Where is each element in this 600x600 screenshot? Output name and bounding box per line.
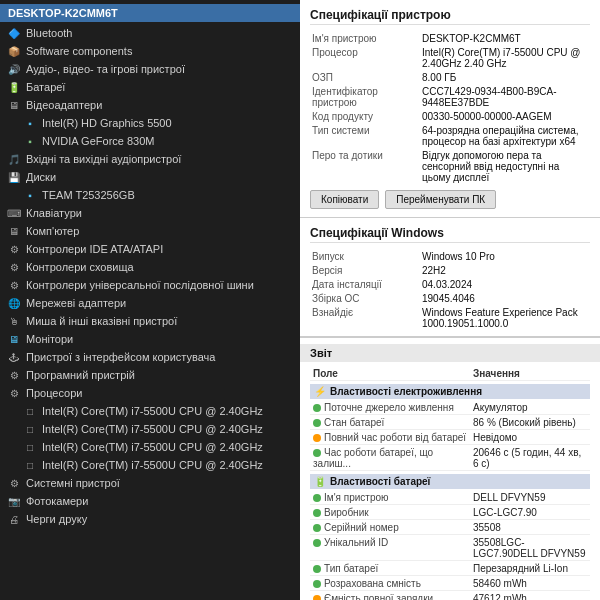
power-row: Повний час роботи від батареї Невідомо bbox=[310, 430, 590, 445]
tree-item[interactable]: ⚙ Системні пристрої bbox=[0, 474, 300, 492]
battery-row: Виробник LGC-LGC7.90 bbox=[310, 505, 590, 520]
tree-icon: 🖥 bbox=[6, 97, 22, 113]
tree-icon: 🖨 bbox=[6, 511, 22, 527]
battery-row: Ім'я пристрою DELL DFVYN59 bbox=[310, 490, 590, 505]
battery-value: Перезарядний Li-Ion bbox=[470, 561, 590, 576]
tree-label: Контролери сховища bbox=[26, 261, 134, 273]
tree-item[interactable]: □ Intel(R) Core(TM) i7-5500U CPU @ 2.40G… bbox=[0, 420, 300, 438]
power-row: Стан батареї 86 % (Високий рівень) bbox=[310, 415, 590, 430]
tree-label: Миша й інші вказівні пристрої bbox=[26, 315, 177, 327]
tree-icon: ⚙ bbox=[6, 241, 22, 257]
tree-icon: 🖱 bbox=[6, 313, 22, 329]
tree-label: Відеоадаптери bbox=[26, 99, 102, 111]
tree-item[interactable]: 🌐 Мережеві адаптери bbox=[0, 294, 300, 312]
tree-item[interactable]: ⌨ Клавіатури bbox=[0, 204, 300, 222]
win-spec-key: Збірка ОС bbox=[310, 291, 420, 305]
device-tree[interactable]: DESKTOP-K2CMM6T 🔷 Bluetooth 📦 Software c… bbox=[0, 0, 300, 600]
win-spec-row: ВипускWindows 10 Pro bbox=[310, 249, 590, 263]
tree-label: Системні пристрої bbox=[26, 477, 120, 489]
tree-label: Мережеві адаптери bbox=[26, 297, 126, 309]
tree-item[interactable]: ⚙ Контролери IDE ATA/ATAPI bbox=[0, 240, 300, 258]
tree-item[interactable]: 🖥 Відеоадаптери bbox=[0, 96, 300, 114]
power-table: Поточне джерело живлення Акумулятор Стан… bbox=[310, 400, 590, 471]
tree-item[interactable]: 📦 Software components bbox=[0, 42, 300, 60]
battery-value: DELL DFVYN59 bbox=[470, 490, 590, 505]
tree-item[interactable]: 🖱 Миша й інші вказівні пристрої bbox=[0, 312, 300, 330]
spec-value: Intel(R) Core(TM) i7-5500U CPU @ 2.40GHz… bbox=[420, 45, 590, 70]
tree-label: Вхідні та вихідні аудіопристрої bbox=[26, 153, 181, 165]
win-spec-value: Windows Feature Experience Pack 1000.190… bbox=[420, 305, 590, 330]
tree-icon: 📷 bbox=[6, 493, 22, 509]
tree-item[interactable]: □ Intel(R) Core(TM) i7-5500U CPU @ 2.40G… bbox=[0, 456, 300, 474]
tree-icon: □ bbox=[22, 421, 38, 437]
spec-row: Тип системи64-розрядна операційна систем… bbox=[310, 123, 590, 148]
tree-label: Комп'ютер bbox=[26, 225, 79, 237]
tree-item[interactable]: ▪ NVIDIA GeForce 830M bbox=[0, 132, 300, 150]
battery-row: Ємність повної зарядки 47612 mWh bbox=[310, 591, 590, 601]
status-dot bbox=[313, 434, 321, 442]
power-key: Повний час роботи від батареї bbox=[310, 430, 470, 445]
win-spec-row: ВзнайдієWindows Feature Experience Pack … bbox=[310, 305, 590, 330]
tree-item[interactable]: 🔷 Bluetooth bbox=[0, 24, 300, 42]
spec-key: Процесор bbox=[310, 45, 420, 70]
battery-group-header: 🔋 Властивості батареї bbox=[310, 474, 590, 489]
win-spec-value: 19045.4046 bbox=[420, 291, 590, 305]
win-spec-key: Випуск bbox=[310, 249, 420, 263]
tree-item[interactable]: 🔊 Аудіо-, відео- та ігрові пристрої bbox=[0, 60, 300, 78]
status-dot bbox=[313, 524, 321, 532]
report-col2: Значення bbox=[470, 366, 590, 381]
tree-label: Intel(R) Core(TM) i7-5500U CPU @ 2.40GHz bbox=[42, 423, 263, 435]
tree-item[interactable]: ⚙ Процесори bbox=[0, 384, 300, 402]
win-spec-row: Дата інсталяції04.03.2024 bbox=[310, 277, 590, 291]
tree-item[interactable]: 🕹 Пристрої з інтерфейсом користувача bbox=[0, 348, 300, 366]
tree-label: NVIDIA GeForce 830M bbox=[42, 135, 155, 147]
status-dot bbox=[313, 494, 321, 502]
tree-label: Клавіатури bbox=[26, 207, 82, 219]
tree-item[interactable]: 📷 Фотокамери bbox=[0, 492, 300, 510]
tree-icon: □ bbox=[22, 403, 38, 419]
battery-value: 47612 mWh bbox=[470, 591, 590, 601]
tree-item[interactable]: 🖥 Комп'ютер bbox=[0, 222, 300, 240]
tree-item[interactable]: ▪ TEAM T253256GB bbox=[0, 186, 300, 204]
power-row: Час роботи батареї, що залиш... 20646 c … bbox=[310, 445, 590, 471]
tree-item[interactable]: 🖥 Монітори bbox=[0, 330, 300, 348]
status-dot bbox=[313, 595, 321, 600]
report-col1: Поле bbox=[310, 366, 470, 381]
tree-icon: ⚙ bbox=[6, 475, 22, 491]
power-key: Час роботи батареї, що залиш... bbox=[310, 445, 470, 471]
tree-item[interactable]: ▪ Intel(R) HD Graphics 5500 bbox=[0, 114, 300, 132]
tree-icon: ⚙ bbox=[6, 385, 22, 401]
tree-item[interactable]: ⚙ Контролери сховища bbox=[0, 258, 300, 276]
tree-item[interactable]: □ Intel(R) Core(TM) i7-5500U CPU @ 2.40G… bbox=[0, 402, 300, 420]
tree-item[interactable]: ⚙ Програмний пристрій bbox=[0, 366, 300, 384]
status-dot bbox=[313, 580, 321, 588]
tree-item[interactable]: ⚙ Контролери універсальної послідовної ш… bbox=[0, 276, 300, 294]
power-value: Акумулятор bbox=[470, 400, 590, 415]
rename-button[interactable]: Перейменувати ПК bbox=[385, 190, 496, 209]
status-dot bbox=[313, 539, 321, 547]
tree-item[interactable]: 💾 Диски bbox=[0, 168, 300, 186]
tree-item[interactable]: □ Intel(R) Core(TM) i7-5500U CPU @ 2.40G… bbox=[0, 438, 300, 456]
win-spec-key: Взнайдіє bbox=[310, 305, 420, 330]
tree-icon: 📦 bbox=[6, 43, 22, 59]
spec-row: ПроцесорIntel(R) Core(TM) i7-5500U CPU @… bbox=[310, 45, 590, 70]
tree-item[interactable]: 🎵 Вхідні та вихідні аудіопристрої bbox=[0, 150, 300, 168]
spec-value: Відгук допомогою пера та сенсорний ввід … bbox=[420, 148, 590, 184]
win-spec-row: Збірка ОС19045.4046 bbox=[310, 291, 590, 305]
win-spec-key: Версія bbox=[310, 263, 420, 277]
battery-value: 35508 bbox=[470, 520, 590, 535]
tree-label: Фотокамери bbox=[26, 495, 88, 507]
battery-row: Унікальний ID 35508LGC-LGC7.90DELL DFVYN… bbox=[310, 535, 590, 561]
tree-item[interactable]: 🖨 Черги друку bbox=[0, 510, 300, 528]
report-title: Звіт bbox=[300, 344, 600, 362]
power-value: 86 % (Високий рівень) bbox=[470, 415, 590, 430]
status-dot bbox=[313, 565, 321, 573]
tree-label: Пристрої з інтерфейсом користувача bbox=[26, 351, 215, 363]
win-spec-value: Windows 10 Pro bbox=[420, 249, 590, 263]
spec-key: Ім'я пристрою bbox=[310, 31, 420, 45]
battery-row: Розрахована смність 58460 mWh bbox=[310, 576, 590, 591]
copy-button[interactable]: Копіювати bbox=[310, 190, 379, 209]
win-spec-key: Дата інсталяції bbox=[310, 277, 420, 291]
right-panel: Специфікації пристрою Ім'я пристроюDESKT… bbox=[300, 0, 600, 600]
tree-item[interactable]: 🔋 Батареї bbox=[0, 78, 300, 96]
